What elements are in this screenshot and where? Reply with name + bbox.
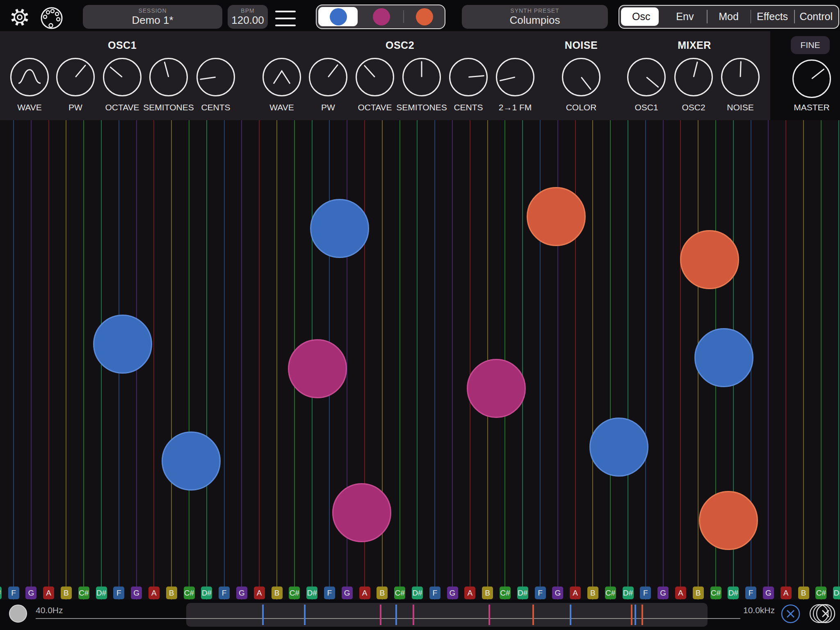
section-label-osc1: OSC1 bbox=[108, 39, 137, 51]
freq-tick-blue bbox=[395, 605, 397, 625]
bpm-box[interactable]: BPM 120.00 bbox=[228, 5, 268, 29]
pitch-line-b bbox=[276, 120, 277, 600]
pitch-line-a bbox=[153, 120, 154, 600]
note-chip-a: A bbox=[254, 587, 265, 599]
pitch-line-g bbox=[31, 120, 32, 600]
delete-ball-button[interactable] bbox=[781, 604, 800, 625]
session-value: Demo 1* bbox=[132, 14, 173, 26]
note-chip-f: F bbox=[535, 587, 546, 599]
note-chip-d: D# bbox=[201, 587, 212, 599]
freq-tick-blue bbox=[570, 605, 571, 625]
gear-icon bbox=[9, 7, 30, 28]
note-chip-b: B bbox=[61, 587, 72, 599]
knob-label-osc2-octave: OCTAVE bbox=[358, 103, 392, 112]
pitch-line-b bbox=[171, 120, 172, 600]
knob-label-osc2-cents: CENTS bbox=[454, 103, 483, 112]
ball-blue[interactable] bbox=[310, 199, 369, 258]
synth-app: SESSION Demo 1* BPM 120.00 SYNTH PRESET … bbox=[0, 0, 840, 630]
voice-orange-dot bbox=[416, 8, 433, 25]
top-toolbar: SESSION Demo 1* BPM 120.00 SYNTH PRESET … bbox=[0, 0, 840, 31]
ball-orange[interactable] bbox=[680, 230, 739, 289]
close-icon bbox=[781, 604, 800, 623]
knob-osc2-pw[interactable] bbox=[309, 58, 347, 96]
note-chip-a: A bbox=[359, 587, 370, 599]
knob-osc2-semitones[interactable] bbox=[402, 58, 441, 96]
knob-osc1-semitones[interactable] bbox=[149, 58, 188, 96]
note-chip-d: D# bbox=[306, 587, 317, 599]
knob-osc2-cents[interactable] bbox=[449, 58, 488, 96]
note-chip-d: D# bbox=[623, 587, 634, 599]
pitch-line-b bbox=[592, 120, 593, 600]
knob-mixer-osc2[interactable] bbox=[674, 58, 713, 96]
note-chip-f: F bbox=[324, 587, 335, 599]
tab-osc[interactable]: Osc bbox=[619, 6, 663, 27]
tab-divider bbox=[751, 10, 751, 23]
knob-osc2-octave[interactable] bbox=[356, 58, 394, 96]
pitch-canvas[interactable]: D#FGABC#D#FGABC#D#FGABC#D#FGABC#D#FGABC#… bbox=[0, 120, 840, 600]
ball-magenta[interactable] bbox=[332, 483, 391, 542]
note-chip-g: G bbox=[342, 587, 353, 599]
voice-segment-voice-blue[interactable] bbox=[317, 5, 360, 28]
note-chip-a: A bbox=[675, 587, 686, 599]
voice-segment-voice-orange[interactable] bbox=[403, 5, 446, 28]
page-tabs: OscEnvModEffectsControl bbox=[619, 5, 839, 29]
freq-tick-magenta bbox=[380, 605, 381, 625]
ball-orange[interactable] bbox=[527, 187, 586, 246]
knob-osc1-wave[interactable] bbox=[10, 58, 49, 96]
tab-effects[interactable]: Effects bbox=[751, 6, 794, 27]
ball-blue[interactable] bbox=[93, 315, 152, 374]
oscillator-panel: OSC1WAVEPWOCTAVESEMITONESCENTSOSC2WAVEPW… bbox=[0, 31, 840, 120]
knob-label-osc2-pw: PW bbox=[321, 103, 335, 112]
knob-osc2-2-1-fm[interactable] bbox=[496, 58, 534, 96]
knob-osc2-wave[interactable] bbox=[262, 58, 301, 96]
tab-env[interactable]: Env bbox=[663, 6, 707, 27]
tab-mod[interactable]: Mod bbox=[707, 6, 751, 27]
ball-blue[interactable] bbox=[589, 418, 648, 477]
settings-button[interactable] bbox=[9, 7, 30, 28]
note-chip-g: G bbox=[447, 587, 458, 599]
knob-osc1-octave[interactable] bbox=[103, 58, 142, 96]
knob-pointer bbox=[468, 75, 484, 78]
note-chip-a: A bbox=[570, 587, 581, 599]
menu-icon bbox=[275, 11, 296, 12]
preset-box[interactable]: SYNTH PRESET Columpios bbox=[462, 5, 608, 29]
ball-blue[interactable] bbox=[694, 328, 753, 387]
pitch-line-a bbox=[680, 120, 681, 600]
close-all-icon bbox=[809, 603, 836, 624]
knob-pointer bbox=[500, 77, 516, 82]
pitch-line-a bbox=[785, 120, 786, 600]
note-chip-f: F bbox=[745, 587, 756, 599]
pitch-line-a bbox=[259, 120, 260, 600]
note-chip-d: D# bbox=[517, 587, 528, 599]
knob-osc1-pw[interactable] bbox=[56, 58, 95, 96]
tab-control[interactable]: Control bbox=[794, 6, 838, 27]
pitch-line-d bbox=[417, 120, 418, 600]
pitch-line-c bbox=[610, 120, 611, 600]
delete-all-balls-button[interactable] bbox=[809, 603, 836, 625]
max-freq-label: 10.0kHz bbox=[743, 605, 775, 615]
note-chip-c: C# bbox=[815, 587, 826, 599]
session-box[interactable]: SESSION Demo 1* bbox=[83, 5, 222, 29]
ball-magenta[interactable] bbox=[467, 359, 526, 418]
knob-mixer-noise[interactable] bbox=[721, 58, 760, 96]
knob-master-master[interactable] bbox=[792, 59, 831, 98]
voice-segment-voice-magenta[interactable] bbox=[360, 5, 403, 28]
fine-button[interactable]: FINE bbox=[791, 36, 830, 54]
knob-label-master-master: MASTER bbox=[794, 103, 830, 112]
note-chip-f: F bbox=[113, 587, 124, 599]
pitch-line-f bbox=[13, 120, 14, 600]
note-chip-b: B bbox=[587, 587, 598, 599]
ball-magenta[interactable] bbox=[288, 339, 347, 398]
menu-button[interactable] bbox=[275, 11, 296, 27]
midi-button[interactable] bbox=[40, 7, 63, 30]
voice-blue-dot bbox=[330, 8, 347, 25]
knob-label-osc1-wave: WAVE bbox=[17, 103, 42, 112]
knob-noise-color[interactable] bbox=[562, 58, 600, 96]
ball-blue[interactable] bbox=[162, 431, 221, 491]
ball-orange[interactable] bbox=[699, 491, 758, 550]
knob-osc1-cents[interactable] bbox=[196, 58, 235, 96]
knob-pointer bbox=[200, 77, 216, 80]
section-label-noise: NOISE bbox=[565, 39, 598, 51]
knob-mixer-osc1[interactable] bbox=[627, 58, 666, 96]
note-chip-b: B bbox=[482, 587, 493, 599]
